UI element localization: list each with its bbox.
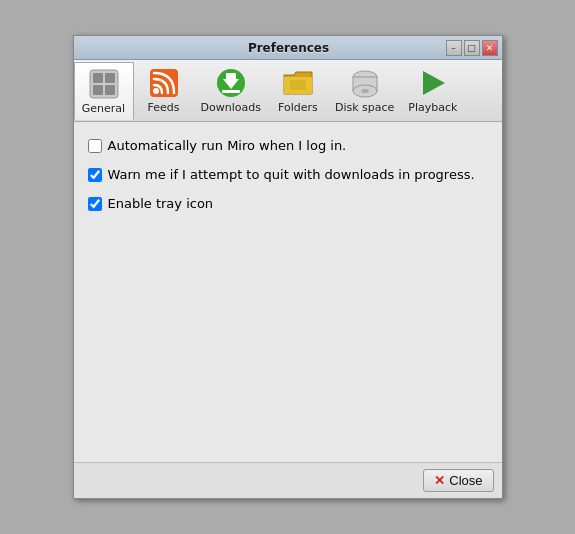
tab-folders[interactable]: Folders	[268, 62, 328, 119]
tab-feeds[interactable]: Feeds	[134, 62, 194, 119]
tab-playback[interactable]: Playback	[401, 62, 464, 119]
warn-quit-row: Warn me if I attempt to quit with downlo…	[88, 167, 488, 184]
svg-rect-11	[290, 80, 306, 90]
tab-folders-label: Folders	[278, 101, 318, 114]
feeds-icon	[148, 67, 180, 99]
tray-icon-checkbox[interactable]	[88, 197, 102, 211]
playback-icon	[417, 67, 449, 99]
downloads-icon	[215, 67, 247, 99]
svg-rect-3	[93, 85, 103, 95]
tray-icon-row: Enable tray icon	[88, 196, 488, 213]
tab-downloads[interactable]: Downloads	[194, 62, 268, 119]
tab-disk-space-label: Disk space	[335, 101, 394, 114]
content-area: Automatically run Miro when I log in. Wa…	[74, 122, 502, 462]
disk-space-icon	[349, 67, 381, 99]
close-window-button[interactable]: ✕	[482, 40, 498, 56]
svg-point-6	[153, 88, 159, 94]
tab-bar: General Feeds	[74, 60, 502, 122]
folders-icon	[282, 67, 314, 99]
tab-general-label: General	[82, 102, 125, 115]
window-title: Preferences	[132, 41, 446, 55]
svg-rect-2	[105, 73, 115, 83]
close-x-icon: ✕	[434, 473, 445, 488]
close-button[interactable]: ✕ Close	[423, 469, 493, 492]
svg-rect-9	[226, 73, 236, 80]
maximize-button[interactable]: □	[464, 40, 480, 56]
tab-downloads-label: Downloads	[201, 101, 261, 114]
warn-quit-checkbox[interactable]	[88, 168, 102, 182]
svg-rect-10	[222, 90, 240, 93]
tab-general[interactable]: General	[74, 62, 134, 120]
tray-icon-label[interactable]: Enable tray icon	[108, 196, 214, 213]
preferences-window: Preferences – □ ✕ General	[73, 35, 503, 499]
footer: ✕ Close	[74, 462, 502, 498]
auto-run-row: Automatically run Miro when I log in.	[88, 138, 488, 155]
titlebar: Preferences – □ ✕	[74, 36, 502, 60]
svg-rect-4	[105, 85, 115, 95]
warn-quit-label[interactable]: Warn me if I attempt to quit with downlo…	[108, 167, 475, 184]
tab-disk-space[interactable]: Disk space	[328, 62, 401, 119]
svg-point-15	[361, 89, 369, 93]
tab-playback-label: Playback	[408, 101, 457, 114]
close-label: Close	[449, 473, 482, 488]
general-icon	[88, 68, 120, 100]
titlebar-controls: – □ ✕	[446, 40, 498, 56]
svg-rect-1	[93, 73, 103, 83]
tab-feeds-label: Feeds	[148, 101, 180, 114]
auto-run-checkbox[interactable]	[88, 139, 102, 153]
minimize-button[interactable]: –	[446, 40, 462, 56]
auto-run-label[interactable]: Automatically run Miro when I log in.	[108, 138, 347, 155]
svg-marker-16	[423, 71, 445, 95]
